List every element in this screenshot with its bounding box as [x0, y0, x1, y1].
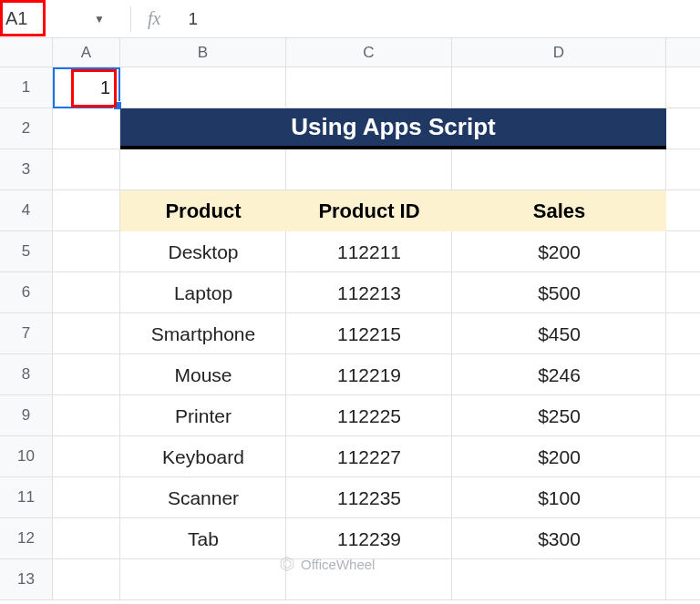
row-header-8[interactable]: 8	[0, 354, 52, 395]
sheet-title: Using Apps Script	[291, 113, 495, 141]
table-row[interactable]: Keyboard112227$200	[120, 436, 666, 477]
col-header-B[interactable]: B	[120, 38, 286, 67]
cells-area[interactable]: 1 Using Apps Script Product Product ID	[53, 67, 700, 600]
table-row[interactable]: Scanner112235$100	[120, 477, 666, 518]
col-header-C[interactable]: C	[286, 38, 452, 67]
formula-bar: A1 ▼ fx 1	[0, 0, 700, 38]
row-header-11[interactable]: 11	[0, 477, 52, 518]
table-header-product[interactable]: Product	[120, 200, 286, 223]
row-header-5[interactable]: 5	[0, 231, 52, 272]
row-header-10[interactable]: 10	[0, 436, 52, 477]
fx-icon[interactable]: fx	[148, 8, 160, 29]
row-header-6[interactable]: 6	[0, 272, 52, 313]
column-headers: A B C D	[0, 38, 700, 67]
table-row[interactable]: Tab112239$300	[120, 518, 666, 559]
row-headers: 1 2 3 4 5 6 7 8 9 10 11 12 13	[0, 67, 53, 600]
cell-A1[interactable]: 1	[53, 67, 120, 107]
row-header-2[interactable]: 2	[0, 108, 52, 149]
cell-B1[interactable]	[120, 67, 286, 107]
table-row[interactable]: Laptop112213$500	[120, 272, 666, 313]
divider	[130, 6, 131, 32]
row-header-12[interactable]: 12	[0, 518, 52, 559]
table-row[interactable]: Smartphone112215$450	[120, 313, 666, 354]
col-header-D[interactable]: D	[452, 38, 666, 67]
row-header-1[interactable]: 1	[0, 67, 52, 108]
table-row[interactable]: Desktop112211$200	[120, 231, 666, 272]
col-header-A[interactable]: A	[53, 38, 120, 67]
row-header-7[interactable]: 7	[0, 313, 52, 354]
row-header-13[interactable]: 13	[0, 559, 52, 600]
table-header-row: Product Product ID Sales	[120, 190, 666, 231]
table-header-sales[interactable]: Sales	[452, 200, 666, 223]
row-header-4[interactable]: 4	[0, 190, 52, 231]
table-header-productid[interactable]: Product ID	[286, 200, 452, 223]
sheet-title-band[interactable]: Using Apps Script	[120, 108, 666, 149]
formula-bar-value[interactable]: 1	[188, 9, 198, 29]
select-all-corner[interactable]	[0, 38, 53, 67]
cell-D1[interactable]	[452, 67, 666, 107]
name-box-cell-ref: A1	[5, 8, 27, 29]
table-row[interactable]: Mouse112219$246	[120, 354, 666, 395]
name-box[interactable]: A1 ▼	[0, 0, 114, 37]
row-header-9[interactable]: 9	[0, 395, 52, 436]
table-row[interactable]: Printer112225$250	[120, 395, 666, 436]
table-data: Desktop112211$200 Laptop112213$500 Smart…	[120, 231, 666, 559]
spreadsheet-grid: A B C D 1 2 3 4 5 6 7 8 9 10 11 12 13 1	[0, 38, 700, 600]
cell-C1[interactable]	[286, 67, 452, 107]
name-box-dropdown-icon[interactable]: ▼	[94, 13, 105, 26]
row-header-3[interactable]: 3	[0, 149, 52, 190]
